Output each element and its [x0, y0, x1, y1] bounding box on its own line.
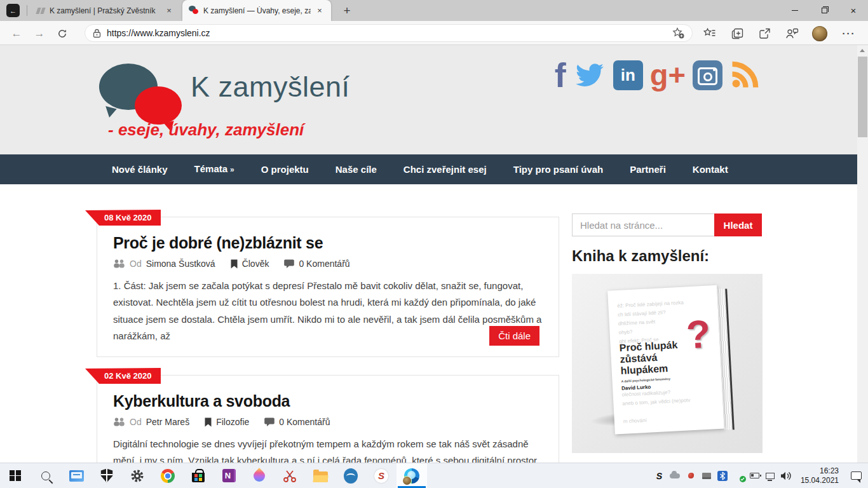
scrollbar-thumb[interactable]	[858, 57, 867, 137]
tray-display-icon[interactable]	[699, 463, 715, 488]
window-close-button[interactable]: ×	[839, 0, 868, 21]
settings-more-button[interactable]: ···	[840, 25, 858, 41]
taskbar-explorer-button[interactable]	[305, 463, 336, 488]
windows-security-tray-icon[interactable]	[731, 463, 747, 488]
article-author[interactable]: Simona Šustková	[146, 259, 215, 269]
bluetooth-icon[interactable]	[715, 463, 731, 488]
book-subtitle: A další psychologické fenomény	[621, 377, 670, 383]
profile-avatar	[812, 26, 827, 41]
tray-red-app-icon[interactable]	[683, 463, 699, 488]
nav-item-nase-cile[interactable]: Naše cíle	[322, 154, 390, 184]
window-restore-button[interactable]	[810, 0, 839, 21]
tab-favicon-newspaper-icon	[36, 6, 46, 15]
nav-item-o-projektu[interactable]: O projektu	[248, 154, 322, 184]
edge-profile-badge	[403, 477, 411, 485]
onenote-icon: N	[222, 469, 236, 482]
article-comments[interactable]: 0 Komentářů	[279, 417, 330, 427]
tab-close-icon[interactable]: ×	[315, 6, 325, 16]
action-center-button[interactable]	[844, 463, 868, 488]
refresh-button[interactable]	[53, 25, 71, 41]
comments-icon	[264, 417, 275, 427]
taskbar-search-button[interactable]	[31, 463, 61, 488]
web-page: K zamyšlení - eseje, úvahy, zamyšlení f …	[0, 45, 857, 463]
scroll-up-icon[interactable]	[860, 49, 865, 52]
byline-label: Od	[130, 259, 142, 269]
onedrive-cloud-icon[interactable]	[667, 463, 683, 488]
read-more-button[interactable]: Čti dále	[489, 326, 539, 346]
start-button[interactable]	[0, 463, 31, 488]
nav-item-chci-zverejnit-esej[interactable]: Chci zveřejnit esej	[390, 154, 500, 184]
book-title: Proč hlupák zůstává hlupákem	[619, 339, 679, 377]
favorites-button[interactable]	[701, 25, 719, 41]
googleplus-icon[interactable]: g+	[650, 59, 686, 91]
article-excerpt: 1. Část: Jak jsem se začala potýkat s de…	[113, 278, 543, 344]
rss-icon[interactable]	[729, 60, 760, 90]
search-icon	[41, 471, 50, 480]
collections-button[interactable]	[728, 25, 746, 41]
authors-icon	[113, 259, 125, 268]
page-scrollbar[interactable]	[857, 45, 868, 463]
book-front-cover: éž: Proč lidé zabíjejí na rozka ch lidí …	[607, 285, 724, 435]
nav-item-temata[interactable]: Témata»	[181, 154, 248, 185]
address-bar[interactable]: https://www.kzamysleni.cz	[85, 24, 693, 42]
taskbar-chrome-button[interactable]	[153, 463, 183, 488]
back-button[interactable]: ←	[8, 25, 25, 41]
nav-item-nove-clanky[interactable]: Nové články	[98, 154, 181, 184]
tray-s-app-icon[interactable]: S	[651, 463, 667, 488]
openoffice-icon	[344, 468, 358, 484]
article-author[interactable]: Petr Mareš	[146, 417, 189, 427]
windows-taskbar: N S S	[0, 463, 868, 488]
profile-button[interactable]	[811, 25, 829, 41]
tab-actions-button[interactable]: ←	[6, 4, 20, 17]
linkedin-icon[interactable]: in	[613, 60, 643, 90]
article-category[interactable]: Filozofie	[216, 417, 249, 427]
article-meta: Od Simona Šustková Člověk 0 Komentářů	[113, 259, 543, 269]
nav-item-kontakt[interactable]: Kontakt	[679, 154, 742, 184]
book-cover-image[interactable]: éž: Proč lidé zabíjejí na rozka ch lidí …	[607, 285, 728, 437]
forward-button[interactable]: →	[31, 25, 48, 41]
twitter-icon[interactable]	[573, 61, 606, 89]
chevron-right-icon: »	[230, 165, 234, 174]
window-minimize-button[interactable]	[780, 0, 810, 21]
site-logo-title[interactable]: K zamyšlení	[191, 71, 350, 104]
taskbar-display-app-button[interactable]	[61, 463, 92, 488]
browser-tab-active[interactable]: K zamyšlení — Úvahy, eseje, zam ×	[182, 0, 331, 21]
facebook-icon[interactable]: f	[555, 59, 566, 91]
taskbar-sumatra-button[interactable]: S	[366, 463, 397, 488]
taskbar-windows-security-button[interactable]	[92, 463, 122, 488]
windows-logo-icon	[10, 470, 21, 482]
article-title[interactable]: Kyberkultura a svoboda	[113, 392, 543, 410]
comments-icon	[284, 259, 294, 269]
taskbar-openoffice-button[interactable]	[336, 463, 366, 488]
share-button[interactable]	[756, 25, 773, 41]
taskbar-onenote-button[interactable]: N	[214, 463, 244, 488]
browser-tab-inactive[interactable]: K zamyšlení | Pražský Zvěstník ×	[29, 0, 180, 21]
taskbar-clock[interactable]: 16:23 15.04.2021	[794, 466, 844, 485]
battery-icon[interactable]	[747, 463, 763, 488]
article-category[interactable]: Člověk	[242, 259, 269, 269]
book-panel[interactable]: éž: Proč lidé zabíjejí na rozka ch lidí …	[572, 274, 763, 453]
instagram-icon[interactable]	[693, 60, 722, 90]
tab-title: K zamyšlení | Pražský Zvěstník	[50, 6, 160, 15]
logo-speech-bubble-red-icon	[135, 86, 182, 125]
search-input[interactable]	[572, 214, 714, 236]
security-check-icon	[740, 476, 746, 482]
taskbar-snip-button[interactable]	[275, 463, 305, 488]
article-comments[interactable]: 0 Komentářů	[299, 259, 349, 269]
taskbar-settings-button[interactable]	[122, 463, 153, 488]
add-favorite-icon[interactable]	[672, 27, 684, 39]
nav-item-tipy-pro-psani-uvah[interactable]: Tipy pro psaní úvah	[500, 154, 616, 184]
taskbar-edge-button-active[interactable]	[397, 463, 427, 488]
taskbar-store-button[interactable]	[183, 463, 214, 488]
nav-item-partneri[interactable]: Partneři	[616, 154, 679, 184]
feedback-button[interactable]	[783, 25, 801, 41]
taskbar-paint3d-button[interactable]	[244, 463, 275, 488]
gear-icon	[130, 469, 144, 483]
network-icon[interactable]	[763, 463, 778, 488]
tab-close-icon[interactable]: ×	[164, 6, 174, 16]
article-title[interactable]: Proč je dobré (ne)zbláznit se	[113, 234, 543, 252]
site-header: K zamyšlení - eseje, úvahy, zamyšlení f …	[0, 45, 857, 154]
new-tab-button[interactable]: +	[339, 3, 355, 19]
volume-icon[interactable]	[778, 463, 794, 488]
search-button[interactable]: Hledat	[714, 214, 762, 236]
